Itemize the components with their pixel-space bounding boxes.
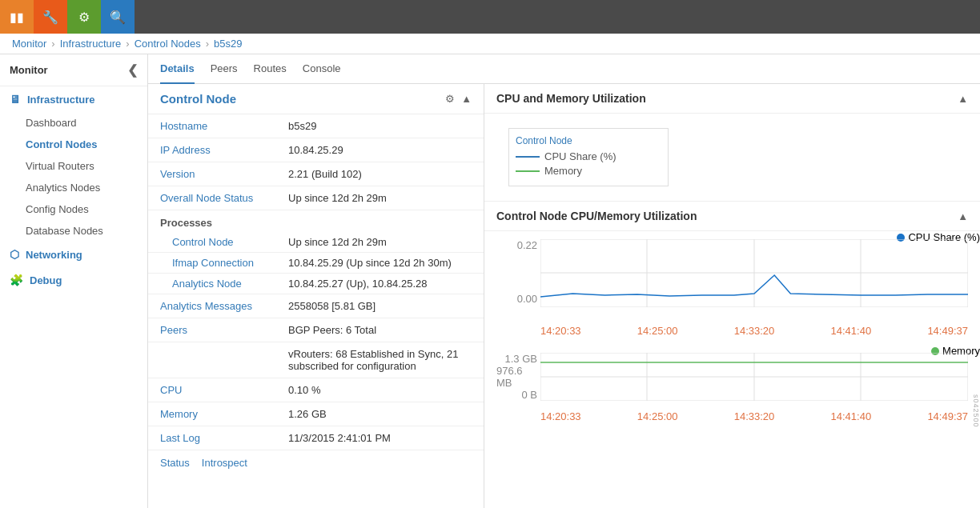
- lastlog-value: 11/3/2015 2:41:01 PM: [288, 432, 472, 444]
- process-control-node-row: Control Node Up since 12d 2h 29m: [148, 232, 484, 253]
- memory-legend-label: Memory: [544, 165, 582, 177]
- sidebar-title: Monitor: [10, 64, 48, 76]
- breadcrumb-monitor[interactable]: Monitor: [12, 38, 46, 50]
- info-row-hostname: Hostname b5s29: [148, 114, 484, 138]
- cpu-chart-area: CPU Share (%) 0.22 0.00: [484, 231, 980, 345]
- mem-x-1: 14:25:00: [637, 410, 678, 422]
- process-ifmap-value: 10.84.25.29 (Up since 12d 2h 30m): [288, 257, 472, 269]
- sidebar-collapse-button[interactable]: ❮: [127, 62, 138, 78]
- panel-header-icons: ⚙ ▲: [445, 93, 472, 105]
- tab-details[interactable]: Details: [160, 54, 195, 84]
- sidebar-item-database-nodes[interactable]: Database Nodes: [0, 220, 147, 242]
- cpu-chart: 0.22 0.00: [496, 239, 968, 319]
- status-link[interactable]: Status: [160, 457, 190, 469]
- mem-svg: [540, 353, 968, 401]
- hostname-label: Hostname: [160, 120, 288, 132]
- info-row-memory: Memory 1.26 GB: [148, 402, 484, 426]
- mini-chart-title: Control Node: [516, 135, 661, 146]
- sidebar-item-control-nodes[interactable]: Control Nodes: [0, 134, 147, 155]
- breadcrumb-current: b5s29: [214, 38, 242, 50]
- mem-y-top: 1.3 GB: [505, 353, 537, 365]
- wrench-icon[interactable]: 🔧: [34, 0, 67, 34]
- search-icon[interactable]: 🔍: [101, 0, 135, 34]
- cpu-y-bottom: 0.00: [517, 293, 537, 305]
- breadcrumb: Monitor › Infrastructure › Control Nodes…: [0, 34, 980, 54]
- monitor-icon: 🖥: [10, 93, 21, 106]
- processes-title: Processes: [148, 210, 484, 232]
- breadcrumb-sep-2: ›: [126, 38, 129, 50]
- control-cpu-mem-section-header: Control Node CPU/Memory Utilization ▲: [484, 202, 980, 231]
- sidebar-item-config-nodes[interactable]: Config Nodes: [0, 198, 147, 220]
- version-label: Version: [160, 168, 288, 180]
- bottom-links: Status Introspect: [148, 450, 484, 475]
- cpu-svg: [540, 239, 968, 307]
- info-row-ip: IP Address 10.84.25.29: [148, 138, 484, 162]
- sidebar-header: Monitor ❮: [0, 54, 147, 86]
- vrouters-value: vRouters: 68 Established in Sync, 21 sub…: [288, 348, 472, 372]
- mem-x-2: 14:33:20: [734, 410, 775, 422]
- introspect-link[interactable]: Introspect: [202, 457, 247, 469]
- sidebar-item-analytics-nodes[interactable]: Analytics Nodes: [0, 177, 147, 198]
- breadcrumb-infrastructure[interactable]: Infrastructure: [60, 38, 122, 50]
- debug-icon: 🧩: [10, 274, 23, 286]
- ip-label: IP Address: [160, 144, 288, 156]
- cpu-value: 0.10 %: [288, 384, 472, 396]
- sidebar-infrastructure-label: Infrastructure: [27, 94, 95, 106]
- cpu-x-0: 14:20:33: [540, 325, 581, 337]
- sidebar-item-dashboard[interactable]: Dashboard: [0, 112, 147, 134]
- process-control-node-label: Control Node: [172, 236, 288, 248]
- cpu-x-labels: 14:20:33 14:25:00 14:33:20 14:41:40 14:4…: [540, 323, 968, 337]
- info-row-analytics-msg: Analytics Messages 2558058 [5.81 GB]: [148, 294, 484, 318]
- cpu-x-1: 14:25:00: [637, 325, 678, 337]
- tab-peers[interactable]: Peers: [211, 54, 238, 84]
- process-ifmap-label: Ifmap Connection: [172, 257, 288, 269]
- lastlog-label: Last Log: [160, 432, 288, 444]
- dashboard-icon[interactable]: ▮▮: [0, 0, 34, 34]
- control-collapse-icon[interactable]: ▲: [958, 210, 968, 222]
- version-value: 2.21 (Build 102): [288, 168, 472, 180]
- right-panel: CPU and Memory Utilization ▲ Control Nod…: [484, 84, 980, 508]
- memory-legend-line: [516, 170, 540, 172]
- mini-chart-area: Control Node CPU Share (%) Memory: [484, 114, 980, 201]
- networking-icon: ⬡: [10, 248, 19, 261]
- content-area: Control Node ⚙ ▲ Hostname b5s29 IP Addre…: [148, 84, 980, 508]
- mem-x-0: 14:20:33: [540, 410, 581, 422]
- tabs-bar: Details Peers Routes Console: [148, 54, 980, 84]
- left-panel: Control Node ⚙ ▲ Hostname b5s29 IP Addre…: [148, 84, 484, 508]
- breadcrumb-sep-1: ›: [51, 38, 54, 50]
- mem-chart-area: Memory 1.3 GB 976.6 MB 0 B: [484, 345, 980, 430]
- process-analytics-label: Analytics Node: [172, 278, 288, 290]
- collapse-icon[interactable]: ▲: [461, 93, 472, 105]
- mem-x-labels: 14:20:33 14:25:00 14:33:20 14:41:40 14:4…: [540, 409, 968, 422]
- sidebar-networking-label: Networking: [26, 249, 82, 261]
- info-row-cpu: CPU 0.10 %: [148, 378, 484, 402]
- sidebar-debug-label: Debug: [30, 274, 62, 286]
- memory-chart: 1.3 GB 976.6 MB 0 B: [496, 353, 968, 409]
- ip-value: 10.84.25.29: [288, 144, 472, 156]
- process-analytics-value: 10.84.25.27 (Up), 10.84.25.28: [288, 278, 472, 290]
- sidebar-item-networking[interactable]: ⬡ Networking: [0, 242, 147, 267]
- gear-icon[interactable]: ⚙: [67, 0, 101, 34]
- settings-icon[interactable]: ⚙: [445, 93, 455, 105]
- sidebar-item-infrastructure[interactable]: 🖥 Infrastructure: [0, 86, 147, 112]
- sidebar-item-debug[interactable]: 🧩 Debug: [0, 267, 147, 293]
- control-cpu-mem-title: Control Node CPU/Memory Utilization: [496, 210, 697, 222]
- mem-y-bottom: 0 B: [521, 389, 537, 401]
- cpu-y-top: 0.22: [517, 239, 537, 251]
- info-row-version: Version 2.21 (Build 102): [148, 162, 484, 186]
- sidebar: Monitor ❮ 🖥 Infrastructure Dashboard Con…: [0, 54, 148, 508]
- info-row-peers: Peers BGP Peers: 6 Total: [148, 318, 484, 342]
- hostname-value: b5s29: [288, 120, 472, 132]
- breadcrumb-control-nodes[interactable]: Control Nodes: [135, 38, 201, 50]
- tab-console[interactable]: Console: [303, 54, 341, 84]
- cpu-mem-collapse-icon[interactable]: ▲: [958, 93, 968, 105]
- mem-x-4: 14:49:37: [927, 410, 968, 422]
- cpu-mem-title: CPU and Memory Utilization: [496, 92, 646, 105]
- top-toolbar: ▮▮ 🔧 ⚙ 🔍: [0, 0, 980, 34]
- tab-routes[interactable]: Routes: [254, 54, 287, 84]
- sidebar-item-virtual-routers[interactable]: Virtual Routers: [0, 155, 147, 177]
- status-value: Up since 12d 2h 29m: [288, 192, 472, 204]
- panel-header: Control Node ⚙ ▲: [148, 84, 484, 114]
- process-analytics-row: Analytics Node 10.84.25.27 (Up), 10.84.2…: [148, 274, 484, 294]
- peers-value: BGP Peers: 6 Total: [288, 324, 472, 336]
